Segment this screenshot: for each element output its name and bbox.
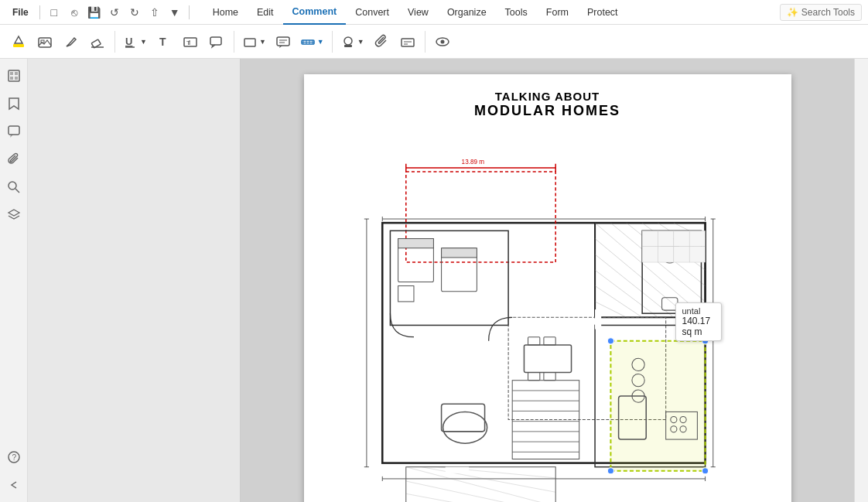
thumbnail-icon[interactable] xyxy=(3,65,25,87)
search-tools-icon: ✨ xyxy=(787,7,798,18)
svg-rect-94 xyxy=(543,373,555,381)
svg-rect-83 xyxy=(673,231,689,246)
shapes-tool-btn[interactable]: ▼ xyxy=(239,29,269,54)
nav-home[interactable]: Home xyxy=(203,0,248,25)
document-area[interactable]: TALKING ABOUT MODULAR HOMES 13.89 m xyxy=(241,59,854,502)
svg-rect-81 xyxy=(642,231,658,246)
sep1 xyxy=(114,31,115,53)
measure-dropdown-icon: ▼ xyxy=(317,38,324,46)
thumbnail-panel xyxy=(28,59,241,502)
measurement-tooltip: untal 140.17 sq m xyxy=(675,302,722,341)
svg-rect-106 xyxy=(405,467,555,502)
search-tools-btn[interactable]: ✨ Search Tools xyxy=(780,4,862,21)
svg-text:?: ? xyxy=(12,453,16,462)
new-window-btn[interactable]: □ xyxy=(45,3,63,22)
collapse-icon[interactable] xyxy=(3,474,25,496)
svg-marker-38 xyxy=(9,210,19,216)
svg-rect-31 xyxy=(10,72,13,75)
svg-rect-128 xyxy=(595,309,601,329)
svg-rect-12 xyxy=(210,37,221,45)
svg-line-68 xyxy=(595,270,658,317)
svg-rect-91 xyxy=(528,337,539,345)
show-hide-tool-btn[interactable] xyxy=(430,29,455,54)
nav-view[interactable]: View xyxy=(398,0,438,25)
svg-rect-58 xyxy=(405,172,555,262)
eraser-tool-btn[interactable] xyxy=(85,29,110,54)
svg-point-23 xyxy=(344,37,352,45)
nav-edit[interactable]: Edit xyxy=(248,0,283,25)
svg-rect-90 xyxy=(524,345,571,373)
underline-tool-btn[interactable]: U ▼ xyxy=(120,29,150,54)
toolbar: U ▼ T T ▼ ▼ ▼ xyxy=(0,25,868,59)
svg-point-114 xyxy=(607,338,613,344)
comment-tool-btn[interactable] xyxy=(271,29,296,54)
text-tool-btn[interactable]: T xyxy=(152,29,176,54)
undo-btn[interactable]: ↺ xyxy=(105,3,124,22)
title-line1: TALKING ABOUT xyxy=(327,90,768,103)
callout-tool-btn[interactable] xyxy=(204,29,229,54)
pen-tool-btn[interactable] xyxy=(59,29,84,54)
redo-btn[interactable]: ↻ xyxy=(125,3,144,22)
menu-divider-1 xyxy=(39,5,40,19)
svg-line-69 xyxy=(595,286,642,318)
svg-point-117 xyxy=(702,468,708,474)
layers-sidebar-icon[interactable] xyxy=(3,204,25,226)
left-sidebar: ? xyxy=(0,59,28,502)
measure-tool-btn[interactable]: ▼ xyxy=(297,29,327,54)
nav-protect[interactable]: Protect xyxy=(578,0,627,25)
svg-line-112 xyxy=(405,493,473,502)
stamp-tool-btn[interactable]: ▼ xyxy=(337,29,367,54)
svg-rect-75 xyxy=(441,248,477,258)
svg-point-29 xyxy=(440,39,444,43)
nav-tools[interactable]: Tools xyxy=(496,0,537,25)
search-tools-label: Search Tools xyxy=(801,7,855,18)
svg-rect-35 xyxy=(9,126,19,135)
save-btn[interactable]: 💾 xyxy=(85,3,104,22)
sep2 xyxy=(234,31,234,53)
dropdown-btn[interactable]: ▼ xyxy=(166,3,184,22)
svg-rect-82 xyxy=(658,231,673,246)
tooltip-value: 140.17 sq m xyxy=(682,316,715,337)
textbox-tool-btn[interactable]: T xyxy=(178,29,203,54)
share-btn[interactable]: ⇧ xyxy=(145,3,164,22)
svg-rect-34 xyxy=(15,77,18,80)
bookmark-icon[interactable] xyxy=(3,93,25,114)
svg-rect-88 xyxy=(689,247,705,262)
right-scrollbar[interactable] xyxy=(854,59,868,502)
menu-divider-2 xyxy=(189,5,190,19)
svg-rect-84 xyxy=(689,231,705,246)
highlight-tool-btn[interactable] xyxy=(6,29,31,54)
svg-rect-24 xyxy=(344,45,352,47)
attach-tool-btn[interactable] xyxy=(369,29,394,54)
svg-point-95 xyxy=(443,412,487,443)
svg-rect-127 xyxy=(445,467,469,473)
help-icon[interactable]: ? xyxy=(3,446,25,468)
open-btn[interactable]: ⎋ xyxy=(65,3,84,22)
sep4 xyxy=(425,31,425,53)
file-menu[interactable]: File xyxy=(6,4,35,21)
svg-line-37 xyxy=(15,189,19,193)
svg-rect-73 xyxy=(398,239,433,248)
tooltip-label: untal xyxy=(682,306,715,316)
svg-line-108 xyxy=(422,467,555,493)
svg-rect-33 xyxy=(10,77,13,80)
svg-rect-25 xyxy=(402,39,414,46)
snapshot-tool-btn[interactable] xyxy=(32,29,57,54)
svg-line-107 xyxy=(405,467,555,502)
typewriter-tool-btn[interactable] xyxy=(395,29,420,54)
search-sidebar-icon[interactable] xyxy=(3,176,25,198)
sep3 xyxy=(332,31,333,53)
svg-rect-2 xyxy=(41,40,44,43)
svg-rect-0 xyxy=(13,44,24,47)
menu-bar: File □ ⎋ 💾 ↺ ↻ ⇧ ▼ Home Edit Comment Con… xyxy=(0,0,868,25)
attachment-sidebar-icon[interactable] xyxy=(3,149,25,170)
comment-sidebar-icon[interactable] xyxy=(3,121,25,142)
svg-rect-76 xyxy=(398,286,413,302)
shapes-dropdown-icon: ▼ xyxy=(259,38,266,46)
underline-dropdown-icon: ▼ xyxy=(140,38,147,46)
nav-form[interactable]: Form xyxy=(537,0,578,25)
nav-organize[interactable]: Organize xyxy=(438,0,496,25)
nav-comment[interactable]: Comment xyxy=(283,0,347,25)
nav-convert[interactable]: Convert xyxy=(346,0,398,25)
svg-point-116 xyxy=(607,468,613,474)
